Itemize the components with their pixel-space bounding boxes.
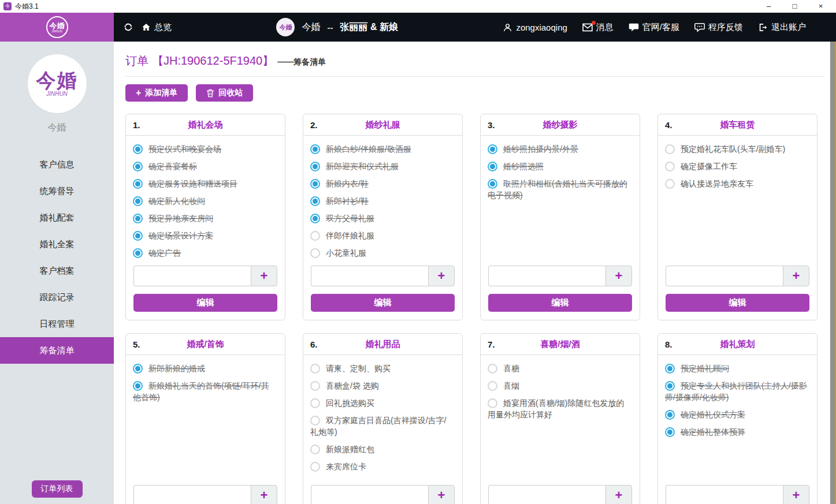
edit-button[interactable]: 编辑 (311, 294, 455, 312)
vertical-scrollbar[interactable] (830, 42, 835, 504)
sidebar-item[interactable]: 跟踪记录 (0, 284, 114, 311)
checklist-item[interactable]: 确定摄像工作车 (665, 160, 809, 172)
checklist-item[interactable]: 预定婚礼花车队(头车/副婚车) (665, 143, 809, 155)
checklist-item[interactable]: 新郎迎宾和仪式礼服 (310, 160, 454, 172)
checklist-item[interactable]: 婚宴用酒(喜糖/烟)除随红包发放的用量外均应计算好 (488, 397, 631, 420)
radio-icon[interactable] (310, 179, 320, 189)
minimize-button[interactable]: – (756, 0, 782, 13)
radio-icon[interactable] (310, 248, 320, 258)
radio-icon[interactable] (310, 144, 320, 154)
radio-icon[interactable] (665, 427, 675, 437)
checklist-item[interactable]: 预定异地亲友房间 (133, 212, 277, 224)
radio-icon[interactable] (133, 144, 143, 154)
add-item-button[interactable]: + (251, 485, 277, 504)
radio-icon[interactable] (310, 231, 320, 241)
sidebar-item[interactable]: 日程管理 (0, 311, 114, 337)
checklist-item[interactable]: 新娘白纱/伴娘服/敬酒服 (310, 143, 454, 155)
radio-icon[interactable] (665, 364, 675, 374)
checklist-item[interactable]: 伴郎伴娘礼服 (310, 230, 454, 241)
new-item-input[interactable] (666, 266, 783, 286)
checklist-item[interactable]: 回礼挑选购买 (310, 397, 454, 409)
checklist-item[interactable]: 确定服务设施和赠送项目 (133, 178, 277, 189)
checklist-item[interactable]: 预定仪式和晚宴会场 (133, 143, 277, 155)
checklist-item[interactable]: 新郎衬衫/鞋 (310, 195, 454, 207)
scrollbar-thumb[interactable] (830, 42, 835, 504)
checklist-item[interactable]: 双方家庭吉日喜品(吉祥摆设/吉字/礼炮等) (310, 415, 454, 438)
checklist-item[interactable]: 确定婚礼仪式方案 (665, 409, 809, 420)
radio-icon[interactable] (133, 196, 143, 206)
nav-messages[interactable]: 消息 (582, 22, 614, 33)
radio-icon[interactable] (310, 398, 320, 408)
radio-icon[interactable] (133, 248, 143, 258)
sidebar-item[interactable]: 统筹督导 (0, 178, 114, 204)
checklist-item[interactable]: 新郎新娘的婚戒 (133, 363, 277, 374)
sidebar-item[interactable]: 客户信息 (0, 151, 114, 178)
new-item-input[interactable] (133, 266, 251, 286)
close-button[interactable]: × (808, 0, 834, 13)
radio-icon[interactable] (310, 462, 320, 472)
checklist-item[interactable]: 喜烟 (488, 380, 631, 391)
checklist-item[interactable]: 确定喜宴餐标 (133, 160, 277, 172)
radio-icon[interactable] (133, 381, 143, 391)
checklist-item[interactable]: 喜糖 (488, 363, 631, 374)
radio-icon[interactable] (133, 214, 143, 223)
nav-logout[interactable]: 退出账户 (758, 22, 806, 33)
new-item-input[interactable] (488, 485, 605, 504)
checklist-item[interactable]: 喜糖盒/袋 选购 (310, 380, 454, 391)
radio-icon[interactable] (310, 445, 320, 454)
checklist-item[interactable]: 双方父母礼服 (310, 212, 454, 224)
checklist-item[interactable]: 预定专业人和执行团队(主持人/摄影师/摄像师/化妆师) (665, 380, 809, 403)
order-list-button[interactable]: 订单列表 (32, 480, 83, 498)
new-item-input[interactable] (133, 485, 251, 504)
radio-icon[interactable] (488, 381, 497, 391)
add-item-button[interactable]: + (428, 266, 455, 286)
new-item-input[interactable] (666, 485, 783, 504)
edit-button[interactable]: 编辑 (488, 294, 632, 312)
radio-icon[interactable] (665, 144, 675, 154)
checklist-item[interactable]: 婚纱照拍摄内景/外景 (488, 143, 631, 155)
checklist-item[interactable]: 新娘内衣/鞋 (310, 178, 454, 189)
radio-icon[interactable] (488, 162, 497, 171)
radio-icon[interactable] (310, 364, 320, 374)
checklist-item[interactable]: 确认接送异地亲友车 (665, 178, 809, 189)
radio-icon[interactable] (488, 364, 497, 374)
radio-icon[interactable] (310, 381, 320, 391)
checklist-item[interactable]: 取照片和相框(含婚礼当天可播放的电子视频) (488, 178, 631, 201)
radio-icon[interactable] (665, 410, 675, 420)
checklist-item[interactable]: 新娘婚礼当天的首饰(项链/耳环/其他首饰) (133, 380, 277, 403)
radio-icon[interactable] (133, 231, 143, 241)
nav-service[interactable]: 官网/客服 (629, 22, 679, 33)
radio-icon[interactable] (310, 214, 320, 223)
checklist-item[interactable]: 确定婚礼整体预算 (665, 426, 809, 438)
radio-icon[interactable] (488, 144, 497, 154)
radio-icon[interactable] (665, 179, 675, 189)
edit-button[interactable]: 编辑 (133, 294, 277, 312)
checklist-item[interactable]: 确定新人化妆间 (133, 195, 277, 207)
sidebar-item[interactable]: 婚礼全案 (0, 231, 114, 257)
refresh-icon[interactable] (123, 22, 133, 32)
radio-icon[interactable] (665, 162, 675, 171)
add-item-button[interactable]: + (428, 485, 455, 504)
add-item-button[interactable]: + (605, 266, 632, 286)
nav-user[interactable]: zongxiaoqing (503, 23, 567, 32)
add-list-button[interactable]: + 添加清单 (125, 84, 188, 102)
radio-icon[interactable] (310, 196, 320, 206)
add-item-button[interactable]: + (783, 266, 809, 286)
add-item-button[interactable]: + (783, 485, 809, 504)
radio-icon[interactable] (665, 381, 675, 391)
edit-button[interactable]: 编辑 (666, 294, 809, 312)
checklist-item[interactable]: 确定广告 (133, 247, 277, 259)
radio-icon[interactable] (488, 179, 497, 189)
maximize-button[interactable]: □ (782, 0, 808, 13)
radio-icon[interactable] (133, 162, 143, 171)
sidebar-item[interactable]: 筹备清单 (0, 337, 114, 364)
new-item-input[interactable] (311, 266, 428, 286)
recycle-bin-button[interactable]: 回收站 (196, 84, 253, 102)
checklist-item[interactable]: 请柬、定制、购买 (310, 363, 454, 374)
nav-overview[interactable]: 总览 (142, 22, 172, 33)
sidebar-item[interactable]: 客户档案 (0, 257, 114, 284)
radio-icon[interactable] (310, 162, 320, 171)
sidebar-item[interactable]: 婚礼配套 (0, 204, 114, 231)
checklist-item[interactable]: 小花童礼服 (310, 247, 454, 259)
add-item-button[interactable]: + (605, 485, 632, 504)
